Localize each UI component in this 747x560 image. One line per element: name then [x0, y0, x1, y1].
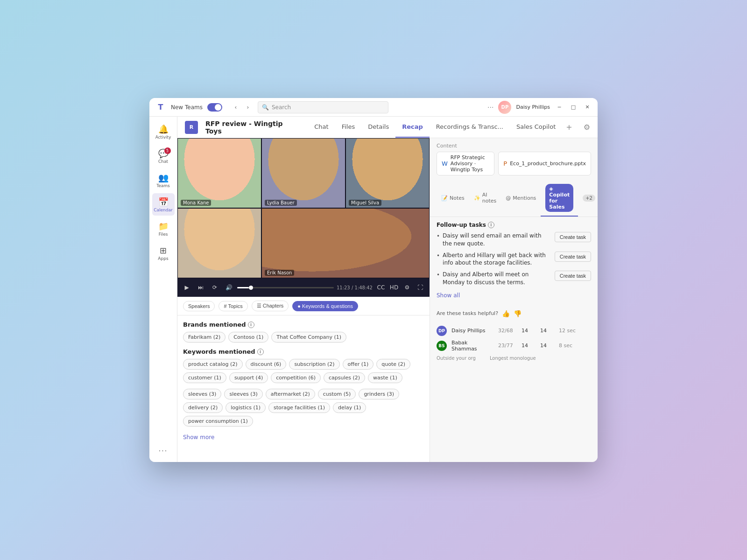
video-cell-5: Erik Nason [261, 208, 430, 278]
kw-support[interactable]: support (4) [229, 372, 268, 383]
tab-sales-copilot[interactable]: Sales Copilot [510, 117, 562, 138]
settings-button[interactable]: ⚙ [402, 282, 413, 293]
video-cell-3: Miguel Silva [345, 138, 430, 208]
kw-logistics[interactable]: logistics (1) [226, 402, 266, 413]
topics-tab-btn[interactable]: # Topics [218, 301, 247, 311]
kw-waste[interactable]: waste (1) [368, 372, 402, 383]
sidebar-item-apps[interactable]: ⊞ Apps [152, 242, 175, 264]
volume-icon[interactable]: 🔊 [223, 282, 234, 293]
show-all-link[interactable]: Show all [437, 292, 460, 299]
notes-tab-mentions[interactable]: @ Mentions [501, 180, 541, 217]
video-cell-4 [177, 208, 261, 278]
keywords-row-2: sleeves (3) sleeves (3) aftermarket (2) … [183, 389, 424, 427]
fullscreen-button[interactable]: ⛶ [415, 282, 426, 293]
keywords-info-icon[interactable]: i [257, 349, 264, 355]
participant-name-3: Miguel Silva [349, 200, 381, 206]
kw-customer[interactable]: customer (1) [183, 372, 226, 383]
notes-tab-label: Notes [450, 195, 465, 201]
participant-name-1: Mona Kane [181, 200, 211, 206]
notes-tab-notes[interactable]: 📝 Notes [437, 180, 469, 217]
file-chip-ppt[interactable]: P Eco_1_product_brochure.pptx [498, 152, 591, 175]
kw-competition[interactable]: competition (6) [271, 372, 321, 383]
create-task-btn-1[interactable]: Create task [555, 232, 591, 242]
progress-bar[interactable] [237, 287, 334, 288]
minimize-button[interactable]: ─ [555, 103, 564, 112]
notes-tab-ai[interactable]: ✨ AI notes [469, 180, 501, 217]
tab-recordings[interactable]: Recordings & Transc... [430, 117, 510, 138]
recap-controls: Speakers # Topics ☰ Chapters ● Keywords … [177, 297, 430, 315]
speaker-row-1: DP Daisy Phillips 32/68 14 14 12 sec [437, 324, 591, 338]
user-avatar: DP [498, 101, 511, 114]
channel-icon: R [185, 121, 198, 134]
kw-sleeves1[interactable]: sleeves (3) [183, 389, 221, 399]
tab-chat[interactable]: Chat [308, 117, 335, 138]
forward-arrow[interactable]: › [243, 102, 253, 112]
video-cell-2: Lydia Bauer [261, 138, 345, 208]
activity-label: Activity [155, 135, 171, 140]
speakers-tab-btn[interactable]: Speakers [183, 301, 215, 311]
calendar-label: Calendar [154, 208, 172, 212]
back-arrow[interactable]: ‹ [231, 102, 241, 112]
kw-delivery[interactable]: delivery (2) [183, 402, 223, 413]
more-options-icon[interactable]: ··· [487, 104, 493, 111]
kw-subscription[interactable]: subscription (2) [289, 359, 339, 370]
kw-sleeves2[interactable]: sleeves (3) [224, 389, 262, 399]
notes-icon: 📝 [441, 195, 448, 201]
cc-button[interactable]: CC [375, 282, 387, 293]
brand-tag-fabrikam[interactable]: Fabrikam (2) [183, 332, 226, 343]
sidebar-item-files[interactable]: 📁 Files [152, 217, 175, 240]
maximize-button[interactable]: □ [569, 103, 578, 112]
task-text-3: Daisy and Alberto will meet on Monday to… [443, 271, 552, 287]
tab-recap[interactable]: Recap [395, 117, 430, 138]
notes-tab-more[interactable]: +2 [578, 180, 598, 217]
kw-discount[interactable]: discount (6) [246, 359, 287, 370]
kw-custom[interactable]: custom (5) [318, 389, 356, 399]
keywords-row-1: product catalog (2) discount (6) subscri… [183, 359, 424, 383]
show-more-link[interactable]: Show more [183, 434, 214, 441]
rewind-button[interactable]: ⟳ [209, 282, 220, 293]
quality-button[interactable]: HD [388, 282, 400, 293]
new-teams-toggle[interactable] [207, 103, 222, 112]
kw-quote[interactable]: quote (2) [376, 359, 410, 370]
content-files: W RFP Strategic Advisory · Wingtip Toys … [430, 152, 598, 180]
ai-icon: ✨ [474, 195, 480, 201]
brand-tag-contoso[interactable]: Contoso (1) [228, 332, 268, 343]
kw-capsules[interactable]: capsules (2) [324, 372, 365, 383]
file-chip-rfp[interactable]: W RFP Strategic Advisory · Wingtip Toys [437, 152, 494, 175]
settings-gear-icon[interactable]: ⚙ [584, 123, 590, 132]
keywords-tab-btn[interactable]: ● Keywords & questions [292, 301, 358, 311]
bullet-1: • [437, 233, 440, 239]
kw-offer[interactable]: offer (1) [343, 359, 374, 370]
participant-video-1 [178, 139, 261, 208]
kw-storage[interactable]: storage facilities (1) [268, 402, 330, 413]
chapters-tab-btn[interactable]: ☰ Chapters [252, 301, 289, 311]
thumbs-down-button[interactable]: 👎 [514, 310, 521, 317]
brands-info-icon[interactable]: i [248, 322, 254, 328]
brands-tags: Fabrikam (2) Contoso (1) That Coffee Com… [183, 332, 424, 343]
sidebar-item-teams[interactable]: 👥 Teams [152, 169, 175, 191]
sidebar-item-activity[interactable]: 🔔 Activity [152, 120, 175, 143]
thumbs-up-button[interactable]: 👍 [502, 310, 510, 317]
add-tab-button[interactable]: + [562, 117, 576, 138]
kw-product-catalog[interactable]: product catalog (2) [183, 359, 243, 370]
forward-button[interactable]: ⏭ [195, 282, 206, 293]
kw-power[interactable]: power consumption (1) [183, 416, 253, 427]
kw-grinders[interactable]: grinders (3) [359, 389, 399, 399]
kw-aftermarket[interactable]: aftermarket (2) [266, 389, 315, 399]
brand-tag-coffee[interactable]: That Coffee Company (1) [271, 332, 346, 343]
create-task-btn-2[interactable]: Create task [555, 252, 591, 262]
followup-info-icon[interactable]: i [488, 222, 494, 228]
tab-files[interactable]: Files [335, 117, 362, 138]
keywords-panel: Brands mentioned i Fabrikam (2) Contoso … [177, 315, 430, 462]
copilot-tab-label: ◈ Copilot for Sales [545, 184, 573, 212]
sidebar-more[interactable]: ··· [152, 443, 175, 458]
search-bar[interactable]: 🔍 Search [258, 101, 388, 113]
create-task-btn-3[interactable]: Create task [555, 271, 591, 281]
kw-delay[interactable]: delay (1) [333, 402, 366, 413]
sidebar-item-chat[interactable]: 5 💬 Chat [152, 145, 175, 167]
notes-tab-copilot[interactable]: ◈ Copilot for Sales [541, 180, 578, 217]
play-button[interactable]: ▶ [181, 282, 192, 293]
tab-details[interactable]: Details [361, 117, 395, 138]
close-button[interactable]: ✕ [583, 103, 592, 112]
sidebar-item-calendar[interactable]: 📅 Calendar [152, 193, 175, 216]
